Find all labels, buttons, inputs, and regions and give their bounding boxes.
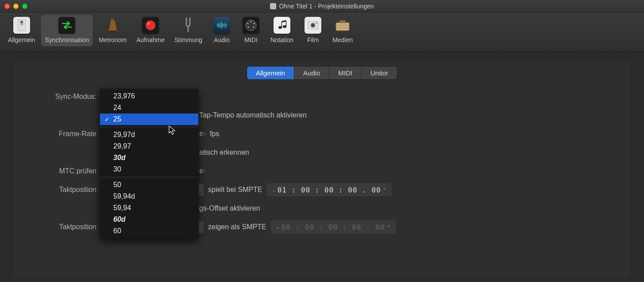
dropdown-item[interactable]: 30d — [100, 152, 198, 164]
frame-rate-dropdown[interactable]: 23,97624✓2529,97d29,9730d305059,94d59,94… — [100, 89, 198, 239]
toolbar-label: Notation — [270, 36, 293, 43]
dropdown-separator — [100, 127, 198, 127]
tab-row: Allgemein Audio MIDI Unitor — [31, 67, 613, 79]
dropdown-item-label: 59,94d — [113, 192, 135, 200]
smpte-value-2: 00 : 00 : 00 : 00 . 00 — [282, 223, 385, 231]
svg-point-18 — [251, 21, 252, 23]
smpte-value: 01 : 00 : 00 : 00 . 00 — [278, 186, 381, 194]
record-icon — [142, 17, 159, 34]
dropdown-item[interactable]: 24 — [100, 102, 198, 114]
tab-midi[interactable]: MIDI — [329, 67, 362, 79]
chevron-down-icon[interactable]: ⌄ — [274, 225, 282, 230]
toolbar-label: Synchronisation — [45, 36, 89, 43]
dropdown-item[interactable]: 59,94 — [100, 202, 198, 214]
midi-icon — [243, 17, 259, 34]
toolbar-label: Metronom — [99, 36, 127, 43]
toolbar-label: Aufnahme — [136, 36, 165, 43]
sync-mode-label: Sync-Modus: — [31, 93, 102, 101]
toolbar-label: Stimmung — [174, 36, 202, 43]
dropdown-item[interactable]: 29,97 — [100, 141, 198, 152]
check-icon: ✓ — [104, 116, 110, 123]
notation-icon — [274, 17, 290, 34]
bar-position-label: Taktposition — [31, 186, 102, 194]
audio-icon — [213, 17, 230, 34]
dropdown-item[interactable]: 50 — [100, 179, 198, 191]
fps-text: fps — [205, 130, 219, 138]
svg-rect-3 — [109, 31, 116, 32]
toolbar-label: Allgemein — [8, 36, 35, 43]
tap-tempo-text: Tap-Tempo automatisch aktivieren — [195, 111, 307, 119]
svg-rect-2 — [20, 21, 23, 23]
toolbar-item-media[interactable]: Medien — [329, 15, 356, 46]
frame-rate-label: Frame-Rate — [31, 130, 102, 138]
dropdown-item-label: 23,976 — [113, 92, 135, 100]
general-icon — [13, 17, 30, 34]
auto-detect-text: atisch erkennen — [195, 149, 249, 157]
tab-audio[interactable]: Audio — [294, 67, 329, 79]
dropdown-item-label: 60 — [113, 227, 121, 235]
metronome-icon — [104, 17, 121, 34]
dropdown-item[interactable]: 59,94d — [100, 191, 198, 202]
dropdown-item[interactable]: 30 — [100, 164, 198, 175]
toolbar-item-tuning[interactable]: Stimmung — [171, 15, 206, 46]
content-area: Allgemein Audio MIDI Unitor Sync-Modus: … — [0, 51, 644, 282]
dropdown-item-label: 59,94 — [113, 204, 131, 212]
toolbar-label: Audio — [214, 36, 230, 43]
document-icon — [270, 3, 276, 9]
dropdown-item-label: 60d — [113, 215, 126, 223]
dropdown-item-label: 50 — [113, 181, 121, 188]
toolbar-item-sync[interactable]: Synchronisation — [41, 15, 93, 46]
chevron-up-icon[interactable]: ⌃ — [385, 225, 392, 230]
select-arrows-icon: ▲▼ — [199, 168, 203, 174]
tab-unitor[interactable]: Unitor — [362, 67, 397, 79]
film-icon — [305, 17, 321, 34]
toolbar-item-general[interactable]: Allgemein — [4, 15, 39, 46]
segmented-tabs: Allgemein Audio MIDI Unitor — [247, 67, 397, 79]
chevron-down-icon[interactable]: ⌄ — [270, 188, 278, 192]
dropdown-item-label: 30 — [113, 165, 121, 173]
tuning-fork-icon — [180, 17, 197, 34]
toolbar-label: Medien — [332, 36, 353, 43]
dropdown-item[interactable]: ✓25 — [100, 114, 198, 125]
toolbar-label: Film — [307, 36, 319, 43]
svg-point-20 — [254, 23, 255, 24]
dropdown-item-label: 30d — [113, 154, 126, 161]
tab-general[interactable]: Allgemein — [247, 67, 294, 79]
svg-rect-33 — [339, 20, 346, 23]
svg-point-19 — [247, 23, 249, 24]
bar-position-label-2: Taktposition — [31, 223, 102, 231]
dropdown-item[interactable]: 60d — [100, 214, 198, 225]
dropdown-separator — [100, 177, 198, 177]
toolbar-label: MIDI — [244, 36, 258, 43]
dropdown-item-label: 29,97d — [113, 131, 135, 138]
toolbar-item-record[interactable]: Aufnahme — [133, 15, 168, 46]
toolbar-item-midi[interactable]: MIDI — [238, 15, 264, 46]
svg-point-5 — [146, 20, 155, 30]
show-smpte-text: zeigen als SMPTE — [204, 223, 266, 231]
select-arrows-icon: ▲▼ — [199, 131, 203, 137]
dropdown-item-label: 29,97 — [113, 142, 131, 150]
svg-point-30 — [312, 24, 314, 26]
dropdown-item-label: 25 — [113, 115, 121, 123]
toolbar-item-audio[interactable]: Audio — [208, 15, 235, 46]
smpte-field[interactable]: ⌄ 01 : 00 : 00 : 00 . 00 ⌃ — [267, 183, 392, 196]
sync-icon — [58, 17, 75, 34]
window-title: Ohne Titel 1 - Projekteinstellungen — [0, 3, 644, 10]
offset-text: gs-Offset aktivieren — [195, 204, 260, 212]
svg-point-31 — [316, 23, 317, 24]
toolbar-item-notation[interactable]: Notation — [267, 15, 297, 46]
toolbar-item-metronome[interactable]: Metronom — [95, 15, 130, 46]
smpte-field-2[interactable]: ⌄ 00 : 00 : 00 : 00 . 00 ⌃ — [271, 220, 396, 234]
window-title-text: Ohne Titel 1 - Projekteinstellungen — [279, 3, 374, 10]
toolbar: Allgemein Synchronisation Metronom Aufna… — [0, 12, 644, 51]
dropdown-item[interactable]: 60 — [100, 225, 198, 237]
dropdown-item-label: 24 — [113, 104, 121, 111]
svg-line-27 — [282, 21, 286, 22]
chevron-up-icon[interactable]: ⌃ — [381, 188, 388, 192]
svg-rect-32 — [336, 23, 349, 31]
toolbar-item-film[interactable]: Film — [300, 15, 326, 46]
dropdown-item[interactable]: 29,97d — [100, 129, 198, 141]
dropdown-item[interactable]: 23,976 — [100, 90, 198, 102]
settings-panel: Allgemein Audio MIDI Unitor Sync-Modus: … — [13, 60, 631, 278]
media-icon — [334, 17, 351, 34]
